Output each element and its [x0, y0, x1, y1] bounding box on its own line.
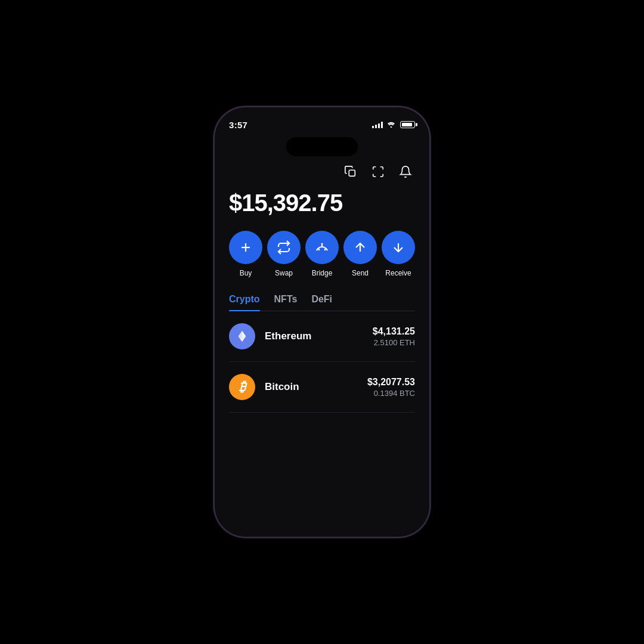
ethereum-name: Ethereum	[265, 330, 373, 342]
action-buttons-row: Buy Swap	[229, 231, 415, 294]
ethereum-icon	[229, 323, 255, 349]
asset-tabs: Crypto NFTs DeFi	[229, 294, 415, 311]
phone-screen: 3:57	[215, 107, 429, 537]
swap-circle	[267, 231, 301, 264]
bitcoin-name: Bitcoin	[265, 381, 367, 393]
svg-marker-9	[239, 331, 242, 339]
svg-point-0	[391, 126, 392, 128]
swap-label: Swap	[275, 269, 293, 277]
svg-point-4	[321, 243, 323, 245]
send-circle	[343, 231, 377, 264]
swap-button[interactable]: Swap	[267, 231, 301, 277]
copy-button[interactable]	[341, 162, 360, 181]
signal-bars-icon	[372, 121, 383, 128]
plus-icon	[239, 240, 253, 255]
asset-list: Ethereum $4,131.25 2.5100 ETH ₿ Bitcoin …	[229, 311, 415, 413]
send-label: Send	[352, 269, 369, 277]
bitcoin-usd: $3,2077.53	[367, 377, 415, 388]
send-icon	[353, 240, 367, 255]
tab-defi[interactable]: DeFi	[311, 294, 332, 311]
wifi-icon	[386, 120, 396, 129]
receive-icon	[391, 240, 405, 255]
bitcoin-row[interactable]: ₿ Bitcoin $3,2077.53 0.1394 BTC	[229, 362, 415, 413]
copy-icon	[344, 165, 357, 178]
tab-nfts[interactable]: NFTs	[274, 294, 298, 311]
balance-section: $15,392.75	[229, 181, 415, 231]
ethereum-values: $4,131.25 2.5100 ETH	[373, 326, 415, 347]
send-button[interactable]: Send	[343, 231, 377, 277]
buy-label: Buy	[240, 269, 252, 277]
bridge-button[interactable]: Bridge	[305, 231, 339, 277]
bell-icon	[399, 165, 412, 178]
svg-rect-1	[349, 170, 355, 176]
bitcoin-values: $3,2077.53 0.1394 BTC	[367, 377, 415, 398]
ethereum-row[interactable]: Ethereum $4,131.25 2.5100 ETH	[229, 311, 415, 362]
total-balance: $15,392.75	[229, 190, 415, 216]
bridge-label: Bridge	[312, 269, 333, 277]
phone-frame: 3:57	[215, 107, 429, 537]
buy-circle	[229, 231, 262, 264]
receive-label: Receive	[385, 269, 411, 277]
battery-icon	[400, 121, 415, 128]
status-bar: 3:57	[215, 107, 429, 134]
receive-circle	[382, 231, 415, 264]
bridge-icon	[315, 240, 329, 255]
bridge-circle	[305, 231, 339, 264]
btc-logo: ₿	[239, 379, 246, 395]
status-time: 3:57	[229, 120, 247, 130]
top-actions-bar	[229, 156, 415, 181]
ethereum-amount: 2.5100 ETH	[373, 338, 415, 347]
notifications-button[interactable]	[396, 162, 415, 181]
ethereum-usd: $4,131.25	[373, 326, 415, 337]
expand-icon	[371, 165, 385, 178]
tab-crypto[interactable]: Crypto	[229, 294, 260, 311]
eth-logo	[236, 330, 249, 343]
bitcoin-icon: ₿	[229, 374, 255, 400]
receive-button[interactable]: Receive	[382, 231, 415, 277]
dynamic-island	[286, 137, 358, 156]
bitcoin-amount: 0.1394 BTC	[367, 389, 415, 398]
svg-marker-10	[242, 331, 246, 339]
expand-button[interactable]	[369, 162, 388, 181]
app-content: $15,392.75 Buy	[215, 156, 429, 413]
status-icons	[372, 120, 415, 129]
swap-icon	[277, 240, 291, 255]
buy-button[interactable]: Buy	[229, 231, 262, 277]
